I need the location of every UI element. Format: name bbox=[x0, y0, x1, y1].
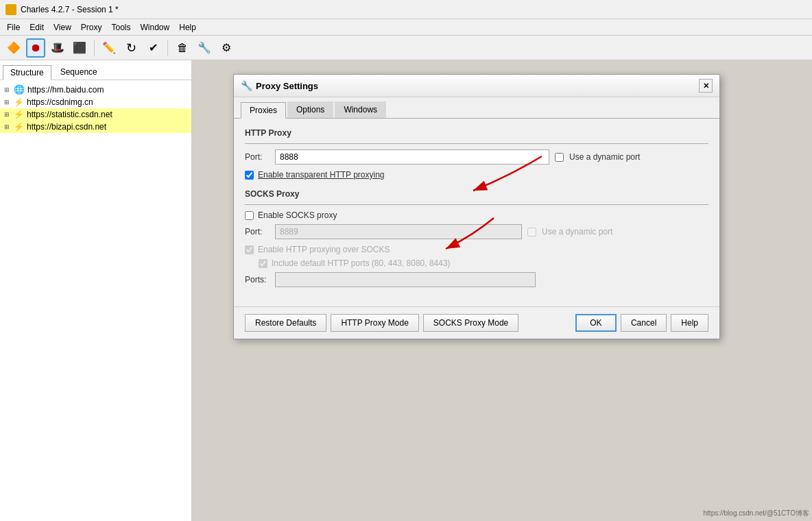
menu-tools[interactable]: Tools bbox=[108, 21, 135, 34]
stop-button[interactable]: ⬛ bbox=[70, 38, 89, 58]
tools-button[interactable]: 🔧 bbox=[195, 38, 214, 58]
enable-socks-row: Enable SOCKS proxy bbox=[245, 210, 708, 220]
record-button[interactable]: ⏺ bbox=[26, 38, 45, 58]
dialog-title-left: 🔧 Proxy Settings bbox=[241, 80, 318, 91]
settings-button[interactable]: ⚙ bbox=[217, 38, 236, 58]
trash-button[interactable]: 🗑 bbox=[173, 38, 192, 58]
http-port-input[interactable] bbox=[275, 149, 549, 165]
socks-proxy-mode-button[interactable]: SOCKS Proxy Mode bbox=[423, 314, 518, 332]
tab-options[interactable]: Options bbox=[287, 101, 333, 118]
tab-structure[interactable]: Structure bbox=[3, 65, 51, 80]
dialog-content: HTTP Proxy Port: Use a dynamic port Enab… bbox=[234, 119, 719, 306]
http-dynamic-port-checkbox[interactable] bbox=[555, 153, 564, 162]
watermark: https://blog.csdn.net/@51CTO博客 bbox=[704, 509, 809, 518]
help-button[interactable]: Help bbox=[671, 314, 708, 332]
expand-icon: ⊞ bbox=[3, 98, 11, 106]
tab-sequence[interactable]: Sequence bbox=[53, 64, 105, 80]
tab-proxies[interactable]: Proxies bbox=[241, 102, 286, 119]
globe-icon: 🌐 bbox=[14, 84, 25, 95]
list-item[interactable]: ⊞ 🌐 https://hm.baidu.com bbox=[0, 83, 191, 96]
app-title: Charles 4.2.7 - Session 1 * bbox=[21, 5, 119, 14]
list-item[interactable]: ⊞ ⚡ https://bizapi.csdn.net bbox=[0, 121, 191, 133]
menu-edit[interactable]: Edit bbox=[25, 21, 48, 34]
tool-button[interactable]: 🔶 bbox=[4, 38, 23, 58]
ok-button[interactable]: OK bbox=[575, 314, 617, 332]
include-default-row: Include default HTTP ports (80, 443, 808… bbox=[259, 258, 708, 268]
app-icon bbox=[5, 4, 16, 15]
http-dynamic-port-label: Use a dynamic port bbox=[569, 152, 640, 162]
bottom-right-buttons: OK Cancel Help bbox=[575, 314, 708, 332]
http-port-row: Port: Use a dynamic port bbox=[245, 149, 708, 165]
toolbar: 🔶 ⏺ 🎩 ⬛ ✏️ ↻ ✔ 🗑 🔧 ⚙ bbox=[0, 36, 812, 60]
title-bar: Charles 4.2.7 - Session 1 * bbox=[0, 0, 812, 19]
item-label: https://csdnimg.cn bbox=[27, 97, 93, 107]
bolt-icon: ⚡ bbox=[14, 110, 24, 119]
dialog-title-bar: 🔧 Proxy Settings ✕ bbox=[234, 75, 719, 97]
menu-view[interactable]: View bbox=[49, 21, 75, 34]
socks-ports-input[interactable] bbox=[275, 272, 536, 287]
http-over-socks-label: Enable HTTP proxying over SOCKS bbox=[258, 245, 390, 254]
item-label: https://bizapi.csdn.net bbox=[27, 122, 106, 132]
include-default-checkbox[interactable] bbox=[259, 259, 267, 268]
socks-section-divider bbox=[245, 204, 708, 205]
bolt-icon: ⚡ bbox=[14, 97, 24, 107]
socks-ports-label: Ports: bbox=[245, 275, 270, 284]
cancel-button[interactable]: Cancel bbox=[621, 314, 667, 332]
pen-button[interactable]: ✏️ bbox=[99, 38, 119, 58]
check-button[interactable]: ✔ bbox=[143, 38, 163, 58]
main-area: Structure Sequence ⊞ 🌐 https://hm.baidu.… bbox=[0, 60, 812, 521]
dialog-bottom: Restore Defaults HTTP Proxy Mode SOCKS P… bbox=[234, 306, 719, 339]
http-proxy-section: HTTP Proxy Port: Use a dynamic port Enab… bbox=[245, 128, 708, 180]
include-default-label: Include default HTTP ports (80, 443, 808… bbox=[272, 258, 451, 268]
expand-icon: ⊞ bbox=[3, 110, 11, 119]
socks-port-input[interactable] bbox=[275, 224, 522, 239]
dialog-title-icon: 🔧 bbox=[241, 80, 252, 91]
sidebar-tabs: Structure Sequence bbox=[0, 63, 191, 80]
bottom-left-buttons: Restore Defaults HTTP Proxy Mode SOCKS P… bbox=[245, 314, 518, 332]
proxy-settings-dialog: 🔧 Proxy Settings ✕ Proxies Options Windo… bbox=[233, 74, 720, 339]
transparent-proxy-row: Enable transparent HTTP proxying bbox=[245, 170, 708, 180]
dialog-tabs: Proxies Options Windows bbox=[234, 97, 719, 119]
dialog-title-text: Proxy Settings bbox=[256, 81, 318, 91]
restore-defaults-button[interactable]: Restore Defaults bbox=[245, 314, 326, 332]
menu-bar: File Edit View Proxy Tools Window Help bbox=[0, 19, 812, 36]
menu-proxy[interactable]: Proxy bbox=[77, 21, 106, 34]
socks-dynamic-port-checkbox[interactable] bbox=[527, 228, 536, 237]
enable-socks-label: Enable SOCKS proxy bbox=[258, 210, 337, 220]
socks-proxy-section: SOCKS Proxy Enable SOCKS proxy Port: Use… bbox=[245, 189, 708, 287]
socks-ports-row: Ports: bbox=[245, 272, 708, 287]
toolbar-separator2 bbox=[167, 40, 168, 56]
enable-socks-checkbox[interactable] bbox=[245, 211, 254, 220]
sidebar: Structure Sequence ⊞ 🌐 https://hm.baidu.… bbox=[0, 60, 192, 521]
bolt-icon: ⚡ bbox=[14, 122, 24, 132]
refresh-button[interactable]: ↻ bbox=[121, 38, 141, 58]
sidebar-items: ⊞ 🌐 https://hm.baidu.com ⊞ ⚡ https://csd… bbox=[0, 80, 191, 136]
transparent-proxy-checkbox[interactable] bbox=[245, 171, 254, 180]
dialog-close-button[interactable]: ✕ bbox=[699, 79, 713, 93]
http-over-socks-row: Enable HTTP proxying over SOCKS bbox=[245, 245, 708, 254]
transparent-proxy-label: Enable transparent HTTP proxying bbox=[258, 170, 385, 180]
socks-proxy-header: SOCKS Proxy bbox=[245, 189, 708, 199]
socks-port-row: Port: Use a dynamic port bbox=[245, 224, 708, 239]
http-port-label: Port: bbox=[245, 152, 270, 162]
tab-windows[interactable]: Windows bbox=[335, 101, 386, 118]
item-label: https://hm.baidu.com bbox=[27, 85, 104, 95]
menu-window[interactable]: Window bbox=[136, 21, 174, 34]
content-area: 🔧 Proxy Settings ✕ Proxies Options Windo… bbox=[192, 60, 812, 521]
toolbar-separator bbox=[94, 40, 95, 56]
menu-help[interactable]: Help bbox=[175, 21, 200, 34]
socks-port-label: Port: bbox=[245, 227, 270, 237]
http-proxy-mode-button[interactable]: HTTP Proxy Mode bbox=[331, 314, 418, 332]
item-label: https://statistic.csdn.net bbox=[27, 110, 112, 119]
hat-button[interactable]: 🎩 bbox=[48, 38, 67, 58]
http-proxy-header: HTTP Proxy bbox=[245, 128, 708, 138]
socks-dynamic-port-label: Use a dynamic port bbox=[542, 227, 612, 237]
list-item[interactable]: ⊞ ⚡ https://csdnimg.cn bbox=[0, 96, 191, 108]
expand-icon: ⊞ bbox=[3, 86, 11, 94]
list-item[interactable]: ⊞ ⚡ https://statistic.csdn.net bbox=[0, 108, 191, 121]
expand-icon: ⊞ bbox=[3, 123, 11, 131]
menu-file[interactable]: File bbox=[3, 21, 24, 34]
http-section-divider bbox=[245, 143, 708, 144]
http-over-socks-checkbox[interactable] bbox=[245, 245, 254, 254]
